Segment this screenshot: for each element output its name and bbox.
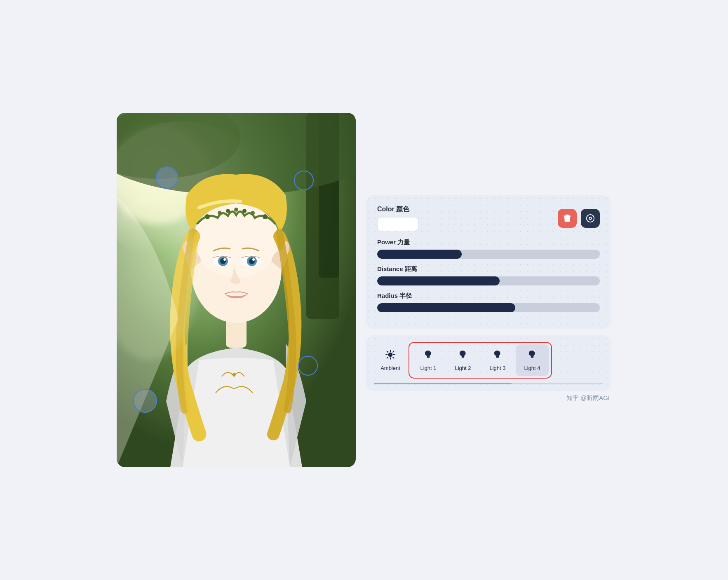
svg-point-15 bbox=[242, 209, 247, 213]
svg-rect-42 bbox=[427, 357, 430, 358]
tab-light3-label: Light 3 bbox=[489, 365, 505, 371]
ambient-icon bbox=[385, 349, 396, 362]
svg-line-38 bbox=[387, 351, 388, 352]
color-swatch[interactable] bbox=[377, 217, 418, 231]
tab-light2-label: Light 2 bbox=[455, 365, 471, 371]
tab-light4[interactable]: Light 4 bbox=[516, 344, 549, 376]
light1-icon bbox=[423, 349, 434, 362]
icon-buttons bbox=[558, 209, 600, 228]
svg-rect-45 bbox=[531, 357, 534, 358]
power-label: Power 力量 bbox=[377, 239, 600, 246]
lights-group: Light 1 Light 2 bbox=[409, 342, 552, 379]
tab-light1[interactable]: Light 1 bbox=[412, 344, 445, 376]
svg-point-13 bbox=[226, 209, 230, 213]
watermark-text: 知乎 @听雨AGI bbox=[566, 394, 610, 401]
tab-ambient-label: Ambient bbox=[380, 365, 400, 371]
svg-line-41 bbox=[387, 357, 388, 358]
light4-icon bbox=[527, 349, 538, 362]
color-label: Color 颜色 bbox=[377, 205, 418, 214]
radius-fill bbox=[377, 303, 515, 312]
radius-label: Radius 半径 bbox=[377, 292, 600, 300]
controls-card: Color 颜色 bbox=[366, 195, 611, 329]
tab-light4-label: Light 4 bbox=[524, 365, 540, 371]
eye-button[interactable] bbox=[581, 209, 600, 228]
tabs-inner: Ambient Light 1 bbox=[374, 342, 603, 379]
radius-slider[interactable] bbox=[377, 303, 600, 312]
tab-light2[interactable]: Light 2 bbox=[446, 344, 479, 376]
svg-line-40 bbox=[393, 351, 394, 352]
svg-point-25 bbox=[252, 258, 255, 261]
right-panel: Color 颜色 bbox=[366, 113, 611, 402]
tab-light3[interactable]: Light 3 bbox=[481, 344, 514, 376]
light2-icon bbox=[458, 349, 468, 362]
svg-point-16 bbox=[251, 211, 255, 215]
power-section: Power 力量 bbox=[377, 239, 600, 259]
radius-section: Radius 半径 bbox=[377, 292, 600, 312]
light-dot-3[interactable] bbox=[298, 356, 318, 376]
power-fill bbox=[377, 250, 462, 259]
image-panel bbox=[117, 113, 356, 467]
svg-point-14 bbox=[234, 208, 238, 212]
svg-point-32 bbox=[589, 218, 591, 219]
svg-line-39 bbox=[393, 357, 394, 358]
tab-light1-label: Light 1 bbox=[420, 365, 436, 371]
light-dot-2[interactable] bbox=[294, 171, 314, 190]
svg-point-7 bbox=[232, 373, 236, 376]
tab-ambient[interactable]: Ambient bbox=[374, 344, 407, 376]
tabs-card: Ambient Light 1 bbox=[366, 335, 611, 391]
power-slider[interactable] bbox=[377, 250, 600, 259]
light-dot-1[interactable] bbox=[156, 166, 178, 189]
distance-label: Distance 距离 bbox=[377, 265, 600, 273]
light3-icon bbox=[492, 349, 503, 362]
svg-point-12 bbox=[218, 211, 222, 215]
svg-point-24 bbox=[223, 258, 226, 261]
light-dot-4[interactable] bbox=[133, 389, 157, 413]
color-section: Color 颜色 bbox=[377, 205, 418, 231]
svg-rect-43 bbox=[462, 357, 465, 358]
distance-section: Distance 距离 bbox=[377, 265, 600, 285]
svg-point-11 bbox=[205, 214, 210, 219]
svg-rect-44 bbox=[496, 357, 499, 358]
distance-fill bbox=[377, 276, 500, 285]
watermark: 知乎 @听雨AGI bbox=[366, 391, 611, 402]
svg-point-33 bbox=[388, 353, 393, 357]
svg-point-17 bbox=[263, 214, 268, 219]
color-row: Color 颜色 bbox=[377, 205, 600, 231]
distance-slider[interactable] bbox=[377, 276, 600, 285]
main-container: Color 颜色 bbox=[117, 113, 611, 467]
delete-button[interactable] bbox=[558, 209, 577, 228]
